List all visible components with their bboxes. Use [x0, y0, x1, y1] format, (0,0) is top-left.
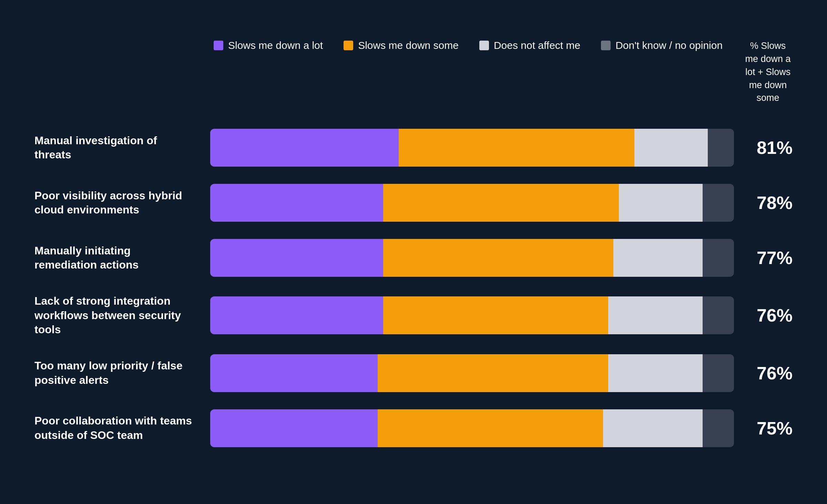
bar-segment-poor-visibility-2	[619, 184, 703, 222]
row-label-lack-integration: Lack of strong integration workflows bet…	[34, 294, 200, 337]
bar-poor-visibility	[210, 184, 734, 222]
bar-segment-manual-investigation-0	[210, 129, 399, 167]
bar-poor-collaboration	[210, 409, 734, 447]
chart-container: Slows me down a lot Slows me down some D…	[34, 40, 793, 464]
chart-row-poor-visibility: Poor visibility across hybrid cloud envi…	[34, 184, 793, 222]
legend-item-slows-some: Slows me down some	[344, 40, 459, 51]
bar-manual-investigation	[210, 129, 734, 167]
bar-segment-false-positive-1	[378, 354, 608, 392]
legend-item-slows-a-lot: Slows me down a lot	[214, 40, 323, 51]
legend-note: % Slows me down a lot + Slows me down so…	[743, 40, 793, 105]
legend-label-no-affect: Does not affect me	[494, 40, 580, 51]
bar-false-positive	[210, 354, 734, 392]
legend-dot-dont-know	[601, 41, 611, 50]
bar-segment-false-positive-3	[703, 354, 734, 392]
chart-row-manually-remediation: Manually initiating remediation actions7…	[34, 239, 793, 277]
legend-dot-slows-some	[344, 41, 353, 50]
bar-segment-manual-investigation-1	[399, 129, 634, 167]
bar-lack-integration	[210, 296, 734, 334]
row-label-poor-visibility: Poor visibility across hybrid cloud envi…	[34, 189, 200, 217]
row-percent-lack-integration: 76%	[744, 305, 793, 326]
legend-item-no-affect: Does not affect me	[479, 40, 580, 51]
bar-segment-poor-collaboration-0	[210, 409, 378, 447]
bar-segment-false-positive-2	[608, 354, 703, 392]
bar-segment-manually-remediation-1	[383, 239, 614, 277]
bar-segment-lack-integration-1	[383, 296, 609, 334]
bar-segment-poor-visibility-1	[383, 184, 619, 222]
legend: Slows me down a lot Slows me down some D…	[34, 40, 793, 105]
chart-rows: Manual investigation of threats81%Poor v…	[34, 129, 793, 447]
bar-segment-poor-collaboration-3	[703, 409, 734, 447]
bar-segment-poor-visibility-3	[703, 184, 734, 222]
legend-label-dont-know: Don't know / no opinion	[615, 40, 723, 51]
bar-segment-lack-integration-3	[703, 296, 734, 334]
row-label-poor-collaboration: Poor collaboration with teams outside of…	[34, 414, 200, 442]
bar-segment-lack-integration-2	[608, 296, 703, 334]
chart-row-false-positive: Too many low priority / false positive a…	[34, 354, 793, 392]
bar-segment-manually-remediation-2	[613, 239, 702, 277]
bar-segment-poor-collaboration-2	[603, 409, 703, 447]
bar-segment-manually-remediation-0	[210, 239, 383, 277]
bar-segment-manual-investigation-3	[708, 129, 734, 167]
chart-row-lack-integration: Lack of strong integration workflows bet…	[34, 294, 793, 337]
bar-segment-lack-integration-0	[210, 296, 383, 334]
bar-segment-manually-remediation-3	[703, 239, 734, 277]
bar-segment-poor-collaboration-1	[378, 409, 603, 447]
legend-item-dont-know: Don't know / no opinion	[601, 40, 723, 51]
legend-dot-slows-a-lot	[214, 41, 223, 50]
legend-label-slows-a-lot: Slows me down a lot	[228, 40, 323, 51]
row-label-false-positive: Too many low priority / false positive a…	[34, 359, 200, 387]
legend-label-slows-some: Slows me down some	[358, 40, 459, 51]
bar-segment-manual-investigation-2	[634, 129, 708, 167]
row-label-manually-remediation: Manually initiating remediation actions	[34, 244, 200, 272]
row-label-manual-investigation: Manual investigation of threats	[34, 134, 200, 162]
row-percent-false-positive: 76%	[744, 363, 793, 384]
bar-segment-false-positive-0	[210, 354, 378, 392]
bar-segment-poor-visibility-0	[210, 184, 383, 222]
row-percent-manually-remediation: 77%	[744, 248, 793, 268]
legend-dot-no-affect	[479, 41, 489, 50]
chart-row-poor-collaboration: Poor collaboration with teams outside of…	[34, 409, 793, 447]
row-percent-poor-collaboration: 75%	[744, 418, 793, 439]
chart-row-manual-investigation: Manual investigation of threats81%	[34, 129, 793, 167]
row-percent-manual-investigation: 81%	[744, 137, 793, 158]
bar-manually-remediation	[210, 239, 734, 277]
row-percent-poor-visibility: 78%	[744, 192, 793, 213]
